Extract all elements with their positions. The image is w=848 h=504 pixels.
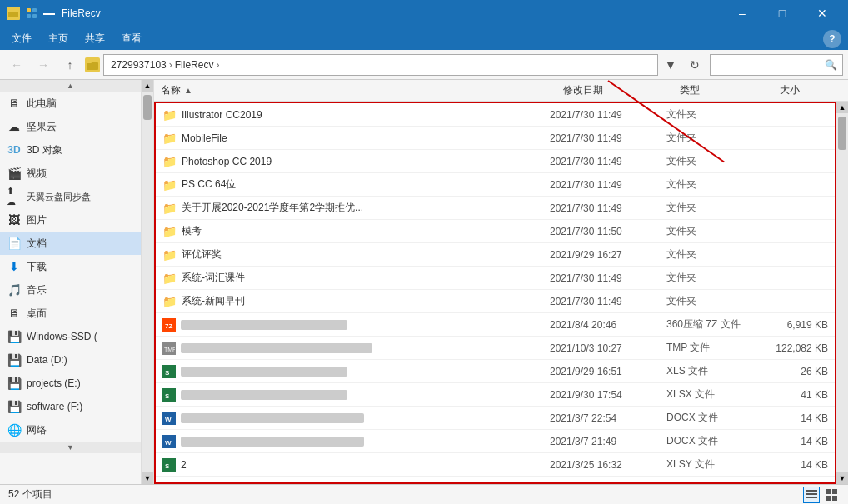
file-row[interactable]: 📁MobileFile 2021/7/30 11:49 文件夹 <box>156 127 835 150</box>
header-size[interactable]: 大小 <box>773 83 848 97</box>
sidebar-item-picture[interactable]: 🖼 图片 <box>0 208 141 232</box>
sidebar-scroll-down[interactable]: ▼ <box>0 442 141 453</box>
file-size-13: 41 KB <box>760 389 835 401</box>
sidebar-item-data-d[interactable]: 💾 Data (D:) <box>0 348 141 372</box>
tmp-icon-1: TMP <box>162 342 176 355</box>
svg-text:S: S <box>165 392 170 400</box>
folder-title-icon <box>7 7 20 20</box>
drive-icon-d: 💾 <box>7 352 22 367</box>
dropdown-button[interactable]: ▼ <box>661 53 680 77</box>
sidebar-scrollbar-up[interactable]: ▲ <box>142 80 153 92</box>
file-row[interactable]: 📁评优评奖 2021/9/29 16:27 文件夹 <box>156 243 835 267</box>
file-size-14: 14 KB <box>760 412 835 424</box>
search-input[interactable] <box>716 59 825 71</box>
sidebar-item-cloud[interactable]: ☁ 坚果云 <box>0 115 141 138</box>
header-name-label: 名称 <box>161 83 181 97</box>
file-row[interactable]: 📁Illustrator CC2019 2021/7/30 11:49 文件夹 <box>156 103 835 127</box>
back-button[interactable]: ← <box>5 53 28 77</box>
minimize-button[interactable]: – <box>723 0 761 27</box>
edit-title-icon <box>25 7 38 20</box>
menu-view[interactable]: 查看 <box>113 28 150 49</box>
detail-view-button[interactable] <box>803 487 820 503</box>
file-row[interactable]: TMP 2021/10/3 10:27 TMP 文件 122,082 KB <box>156 337 835 360</box>
menu-share[interactable]: 共享 <box>77 28 113 49</box>
sidebar-item-music[interactable]: 🎵 音乐 <box>0 278 141 302</box>
file-name-10 <box>181 320 347 330</box>
drive-icon-windows: 💾 <box>7 329 22 344</box>
file-type-13: XLSX 文件 <box>660 387 760 402</box>
file-row[interactable]: 📁系统-词汇课件 2021/7/30 11:49 文件夹 <box>156 267 835 290</box>
computer-icon: 🖥 <box>7 96 22 111</box>
file-row[interactable]: 📁模考 2021/7/30 11:50 文件夹 <box>156 220 835 243</box>
sidebar-item-document[interactable]: 📄 文档 <box>0 232 141 255</box>
sidebar-scroll-up[interactable]: ▲ <box>0 80 141 92</box>
menu-home[interactable]: 主页 <box>40 28 77 49</box>
close-button[interactable]: ✕ <box>803 0 841 27</box>
sidebar-container: ▲ 🖥 此电脑 ☁ 坚果云 3D 3D 对象 🎬 视频 <box>0 80 154 484</box>
tile-view-button[interactable] <box>823 487 840 503</box>
title-bar-icons <box>7 7 55 20</box>
drive-icon-e: 💾 <box>7 376 22 391</box>
file-row[interactable]: W 2021/3/7 21:49 DOCX 文件 14 KB <box>156 430 835 453</box>
file-row[interactable]: S 2 2021/3/25 16:32 XLSY 文件 14 KB <box>156 453 835 477</box>
doc-icon-2: W <box>162 435 176 448</box>
xls-icon-1: S <box>162 365 176 378</box>
svg-rect-26 <box>832 489 837 494</box>
sidebar-item-software-f[interactable]: 💾 software (F:) <box>0 395 141 418</box>
sidebar-item-download[interactable]: ⬇ 下载 <box>0 255 141 278</box>
header-type[interactable]: 类型 <box>673 83 773 97</box>
up-button[interactable]: ↑ <box>58 53 82 77</box>
sidebar-item-video[interactable]: 🎬 视频 <box>0 162 141 185</box>
file-row[interactable]: 📁PS CC 64位 2021/7/30 11:49 文件夹 <box>156 173 835 197</box>
forward-button[interactable]: → <box>32 53 55 77</box>
search-box[interactable]: 🔍 <box>710 54 843 76</box>
svg-rect-25 <box>826 489 831 494</box>
file-row[interactable]: 7Z 2021/8/4 20:46 360压缩 7Z 文件 6,919 KB <box>156 313 835 337</box>
maximize-button[interactable]: □ <box>763 0 801 27</box>
header-date[interactable]: 修改日期 <box>556 83 673 97</box>
file-row[interactable]: W 2021/3/7 22:54 DOCX 文件 14 KB <box>156 407 835 430</box>
file-type-12: XLS 文件 <box>660 364 760 378</box>
file-row[interactable]: 📁系统-新闻早刊 2021/7/30 11:49 文件夹 <box>156 290 835 313</box>
file-type-9: 文件夹 <box>660 294 760 308</box>
folder-icon-9: 📁 <box>162 295 177 308</box>
path-sep-2: › <box>216 59 219 71</box>
path-sep-1: › <box>169 59 172 71</box>
file-row[interactable]: 📁关于开展2020-2021学度年第2学期推优... 2021/7/30 11:… <box>156 197 835 220</box>
sidebar-item-cloud-sync[interactable]: ⬆☁ 天翼云盘同步盘 <box>0 185 141 208</box>
sidebar-item-computer[interactable]: 🖥 此电脑 <box>0 92 141 115</box>
file-row[interactable]: S 2021/9/30 17:54 XLSX 文件 41 KB <box>156 383 835 407</box>
refresh-button[interactable]: ↻ <box>683 53 706 77</box>
sidebar-item-network[interactable]: 🌐 网络 <box>0 418 141 442</box>
sidebar-item-projects-e[interactable]: 💾 projects (E:) <box>0 372 141 395</box>
file-row[interactable]: 📁Photoshop CC 2019 2021/7/30 11:49 文件夹 <box>156 150 835 173</box>
file-name-7: 评优评奖 <box>182 247 222 262</box>
sidebar-scrollbar-thumb[interactable] <box>143 95 152 120</box>
help-button[interactable]: ? <box>823 30 841 48</box>
file-type-2: 文件夹 <box>660 131 760 145</box>
sidebar-item-label-projects-e: projects (E:) <box>27 377 81 389</box>
view-controls <box>803 487 840 503</box>
sidebar-item-windows-ssd[interactable]: 💾 Windows-SSD ( <box>0 325 141 348</box>
svg-rect-3 <box>32 8 37 12</box>
header-name[interactable]: 名称 ▲ <box>154 83 556 97</box>
file-name-2: MobileFile <box>182 132 227 144</box>
address-path[interactable]: 2729937103 › FileRecv › <box>103 54 658 76</box>
sidebar-scrollbar-down[interactable]: ▼ <box>142 472 153 484</box>
file-size-16: 14 KB <box>760 459 835 471</box>
desktop-icon: 🖥 <box>7 306 22 321</box>
sidebar-item-label-music: 音乐 <box>27 283 47 297</box>
menu-file[interactable]: 文件 <box>3 28 40 49</box>
file-scrollbar-up[interactable]: ▲ <box>836 102 848 113</box>
sidebar-item-3d[interactable]: 3D 3D 对象 <box>0 138 141 162</box>
sidebar-item-desktop[interactable]: 🖥 桌面 <box>0 302 141 325</box>
search-icon: 🔍 <box>825 59 837 71</box>
file-type-7: 文件夹 <box>660 247 760 262</box>
file-row[interactable]: S 2021/9/29 16:51 XLS 文件 26 KB <box>156 360 835 383</box>
sidebar-item-label-software-f: software (F:) <box>27 401 82 412</box>
file-scrollbar-thumb[interactable] <box>838 117 846 150</box>
sidebar-item-label-picture: 图片 <box>27 213 47 227</box>
file-date-4: 2021/7/30 11:49 <box>543 179 660 191</box>
xls-icon-2: S <box>162 388 176 402</box>
file-scrollbar-down[interactable]: ▼ <box>836 472 848 484</box>
